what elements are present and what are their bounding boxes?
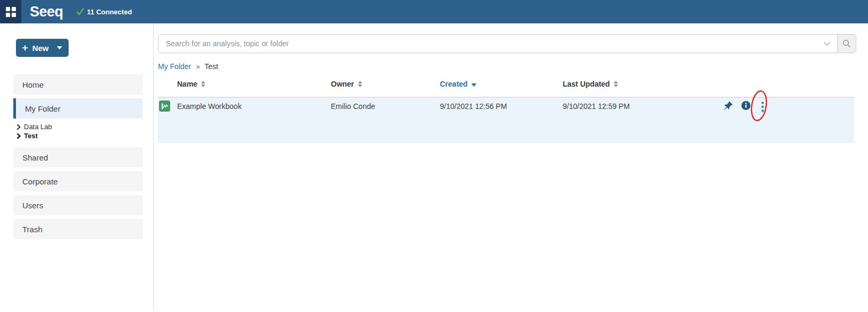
row-created: 9/10/2021 12:56 PM xyxy=(440,102,507,111)
sidebar-nav: Home My Folder Data Lab Test xyxy=(13,74,143,239)
chevron-right-icon xyxy=(16,133,21,139)
sidebar-item-my-folder[interactable]: My Folder xyxy=(13,98,143,119)
connection-status-label: 11 Connected xyxy=(87,8,132,16)
checkmark-icon xyxy=(76,8,84,15)
sort-icon xyxy=(358,81,362,87)
subfolder-label: Test xyxy=(24,132,38,140)
column-header-label: Last Updated xyxy=(563,80,610,88)
sidebar: + New Home My Folder Data Lab xyxy=(0,23,154,309)
kebab-menu-icon xyxy=(761,102,764,112)
sidebar-item-shared[interactable]: Shared xyxy=(13,147,143,167)
table-row[interactable]: Example Workbook Emilio Conde 9/10/2021 … xyxy=(158,97,854,143)
sidebar-item-label: Trash xyxy=(22,225,43,234)
topbar: Seeq 11 Connected xyxy=(0,0,868,23)
app-switcher-button[interactable] xyxy=(0,0,21,23)
column-header-label: Created xyxy=(440,80,468,88)
main-content: My Folder » Test Name Owner Created Last… xyxy=(154,23,868,312)
chevron-down-icon[interactable] xyxy=(824,42,830,46)
breadcrumb-link-my-folder[interactable]: My Folder xyxy=(158,62,191,71)
row-name: Example Workbook xyxy=(177,102,241,111)
pin-icon xyxy=(723,101,733,111)
breadcrumb-separator: » xyxy=(196,62,200,71)
new-button-label: New xyxy=(32,44,49,53)
connection-status[interactable]: 11 Connected xyxy=(76,8,132,16)
column-header-created[interactable]: Created xyxy=(440,80,477,88)
breadcrumb-current: Test xyxy=(205,62,219,71)
seeq-logo: Seeq xyxy=(30,4,63,20)
workbook-trend-icon xyxy=(159,100,170,112)
plus-icon: + xyxy=(22,43,28,53)
sort-desc-icon xyxy=(471,83,477,87)
sort-icon xyxy=(614,81,618,87)
sidebar-item-label: Home xyxy=(22,80,44,89)
search-bar xyxy=(158,34,856,53)
breadcrumb: My Folder » Test xyxy=(158,62,218,71)
column-header-label: Owner xyxy=(331,80,354,88)
sidebar-item-label: Corporate xyxy=(22,177,58,186)
sidebar-item-label: Shared xyxy=(22,153,48,162)
sidebar-item-home[interactable]: Home xyxy=(13,74,143,95)
info-icon xyxy=(741,101,750,110)
row-last-updated: 9/10/2021 12:59 PM xyxy=(563,102,630,111)
sort-icon xyxy=(201,81,205,87)
column-header-owner[interactable]: Owner xyxy=(331,80,362,88)
column-header-last-updated[interactable]: Last Updated xyxy=(563,80,618,88)
grid-icon xyxy=(6,7,16,17)
subfolder-label: Data Lab xyxy=(24,123,52,131)
sidebar-subitem-data-lab[interactable]: Data Lab xyxy=(16,122,143,131)
new-button[interactable]: + New xyxy=(16,39,69,57)
sidebar-subitem-test[interactable]: Test xyxy=(16,131,143,140)
search-button[interactable] xyxy=(837,35,856,53)
sidebar-item-corporate[interactable]: Corporate xyxy=(13,171,143,191)
chevron-right-icon xyxy=(16,124,21,130)
column-header-name[interactable]: Name xyxy=(177,80,205,88)
subfolder-group: Data Lab Test xyxy=(13,122,143,140)
subfolder-list: Data Lab Test xyxy=(16,122,143,140)
sidebar-item-trash[interactable]: Trash xyxy=(13,219,143,239)
search-icon xyxy=(842,39,851,48)
info-button[interactable] xyxy=(741,101,750,110)
column-header-label: Name xyxy=(177,80,197,88)
table-header-row: Name Owner Created Last Updated xyxy=(158,80,854,97)
sidebar-item-label: My Folder xyxy=(25,104,61,113)
chevron-down-icon xyxy=(57,46,62,49)
sidebar-item-label: Users xyxy=(22,201,43,210)
sidebar-item-users[interactable]: Users xyxy=(13,195,143,215)
row-owner: Emilio Conde xyxy=(331,102,375,111)
kebab-menu-button[interactable] xyxy=(761,102,764,112)
pin-button[interactable] xyxy=(723,101,733,111)
search-input[interactable] xyxy=(158,35,837,53)
